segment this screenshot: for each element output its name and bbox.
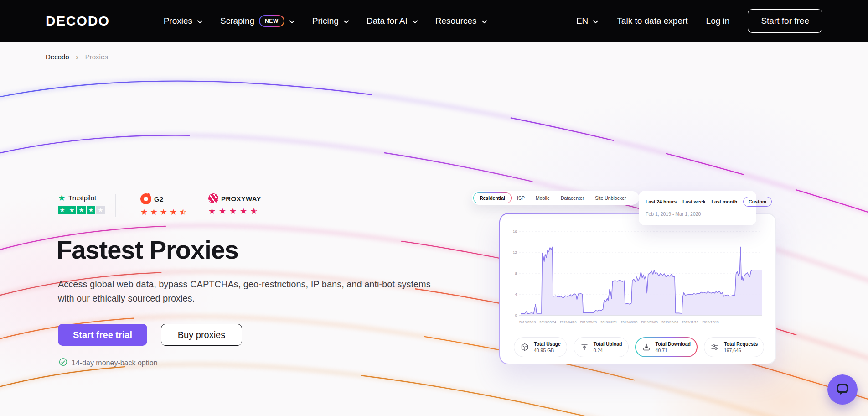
rating-star-box: ★ (87, 206, 95, 214)
new-badge: NEW (259, 15, 284, 27)
date-filter-card: Last 24 hours Last week Last month Custo… (639, 191, 756, 225)
svg-text:2019/10/08: 2019/10/08 (661, 320, 678, 324)
tab-mobile[interactable]: Mobile (530, 195, 555, 201)
svg-text:2019/11/10: 2019/11/10 (682, 320, 698, 324)
stat-total-usage[interactable]: Total Usage 40.95 GB (514, 337, 567, 357)
chevron-down-icon (197, 16, 203, 26)
header-right: EN Talk to data expert Log in Start for … (576, 9, 822, 33)
upload-icon (580, 343, 589, 352)
rating-star-box: ★ (58, 206, 67, 214)
divider (115, 194, 116, 217)
filter-last-week[interactable]: Last week (682, 199, 705, 204)
page-title: Fastest Proxies (57, 235, 238, 265)
nav-item-label: Pricing (312, 16, 339, 26)
download-icon (642, 343, 651, 352)
breadcrumb: Decodo › Proxies (46, 53, 108, 61)
money-back-label: 14-day money-back option (72, 359, 158, 367)
svg-text:12: 12 (513, 250, 517, 255)
chevron-down-icon (593, 16, 599, 26)
trustpilot-star-icon: ★ (58, 193, 66, 202)
proxyway-badge: PROXYWAY ★★★★☆★ (208, 193, 263, 214)
login-link[interactable]: Log in (706, 16, 730, 26)
nav-item-scraping[interactable]: Scraping NEW (220, 15, 295, 27)
main-nav: Proxies Scraping NEW Pricing Data for AI… (164, 15, 487, 27)
stats-row: Total Usage 40.95 GB Total Upload 0.24 T… (514, 337, 762, 357)
rating-star-box: ★ (96, 206, 105, 214)
language-selector[interactable]: EN (576, 16, 599, 26)
breadcrumb-home[interactable]: Decodo (46, 53, 69, 61)
shield-check-icon (59, 358, 67, 368)
chevron-down-icon (343, 16, 349, 26)
buy-proxies-button[interactable]: Buy proxies (161, 324, 242, 346)
review-badges: ★ Trustpilot ★★★★★ 2 G2 ★★★★☆★ PROXYWAY … (58, 193, 263, 214)
proxyway-logo: PROXYWAY (208, 193, 263, 203)
trustpilot-logo: ★ Trustpilot (58, 193, 115, 202)
svg-text:2019/05/29: 2019/05/29 (580, 320, 597, 324)
svg-text:2019/08/03: 2019/08/03 (621, 320, 638, 324)
g2-label: G2 (154, 195, 164, 203)
svg-text:2019/04/26: 2019/04/26 (560, 320, 577, 324)
hero-ctas: Start free trial Buy proxies (58, 324, 242, 346)
chevron-down-icon (412, 16, 418, 26)
nav-item-label: Scraping (220, 16, 254, 26)
proxyway-logo-icon (208, 193, 218, 203)
g2-badge: 2 G2 ★★★★☆★ (140, 193, 187, 214)
rating-star-box: ★ (67, 206, 76, 214)
svg-text:0: 0 (515, 313, 517, 317)
filter-custom[interactable]: Custom (743, 197, 772, 207)
start-free-trial-button[interactable]: Start free trial (58, 324, 147, 346)
start-for-free-button[interactable]: Start for free (748, 9, 822, 33)
money-back-note: 14-day money-back option (59, 358, 158, 368)
trustpilot-badge: ★ Trustpilot ★★★★★ (58, 193, 115, 214)
nav-item-pricing[interactable]: Pricing (312, 16, 349, 26)
tab-site-unblocker[interactable]: Site Unblocker (589, 195, 631, 201)
trustpilot-label: Trustpilot (68, 194, 96, 202)
decodo-logo[interactable]: DECODO (46, 13, 110, 29)
nav-item-data-for-ai[interactable]: Data for AI (367, 16, 418, 26)
stat-value: 40.95 GB (534, 348, 561, 353)
svg-text:4: 4 (515, 292, 517, 296)
divider (175, 194, 175, 217)
filter-last-24-hours[interactable]: Last 24 hours (646, 199, 677, 204)
usage-chart-panel: 04812162019/02/192019/03/242019/04/26201… (499, 213, 776, 364)
proxyway-label: PROXYWAY (221, 195, 261, 203)
tab-isp[interactable]: ISP (512, 195, 530, 201)
chevron-down-icon (289, 16, 295, 26)
nav-item-label: Resources (435, 16, 477, 26)
nav-item-resources[interactable]: Resources (435, 16, 487, 26)
trustpilot-rating: ★★★★★ (58, 206, 115, 214)
svg-text:2019/12/13: 2019/12/13 (702, 320, 719, 324)
date-range-label: Feb 1, 2019 - Mar 1, 2020 (646, 211, 749, 217)
cube-icon (520, 343, 529, 352)
stat-total-download[interactable]: Total Download 40.71 (635, 337, 698, 357)
nav-item-proxies[interactable]: Proxies (164, 16, 203, 26)
stat-value: 0.24 (594, 348, 622, 353)
stat-value: 197,646 (724, 348, 758, 353)
top-nav: DECODO Proxies Scraping NEW Pricing Data… (0, 0, 868, 42)
svg-text:16: 16 (513, 229, 517, 234)
language-label: EN (576, 16, 588, 26)
talk-to-expert-link[interactable]: Talk to data expert (617, 16, 687, 26)
usage-area-chart: 04812162019/02/192019/03/242019/04/26201… (510, 221, 765, 336)
g2-logo-icon: 2 (140, 193, 151, 204)
filter-last-month[interactable]: Last month (711, 199, 737, 204)
svg-text:2019/02/19: 2019/02/19 (519, 320, 536, 324)
breadcrumb-chevron-icon: › (76, 53, 78, 61)
product-tabbar: Residential ISP Mobile Datacenter Site U… (472, 191, 639, 205)
stat-total-requests[interactable]: Total Requests 197,646 (704, 337, 764, 357)
tab-residential[interactable]: Residential (473, 192, 512, 203)
breadcrumb-current: Proxies (85, 53, 108, 61)
stat-label: Total Download (656, 341, 691, 347)
stat-total-upload[interactable]: Total Upload 0.24 (574, 337, 629, 357)
chat-widget-button[interactable] (827, 374, 858, 405)
svg-text:2019/07/01: 2019/07/01 (600, 320, 617, 324)
nav-item-label: Data for AI (367, 16, 408, 26)
svg-text:2019/09/05: 2019/09/05 (641, 320, 658, 324)
chevron-down-icon (481, 16, 487, 26)
g2-logo: 2 G2 (140, 193, 187, 204)
stat-value: 40.71 (656, 348, 691, 353)
stat-label: Total Usage (534, 341, 561, 347)
nav-item-label: Proxies (164, 16, 192, 26)
rating-star-box: ★ (77, 206, 86, 214)
tab-datacenter[interactable]: Datacenter (555, 195, 589, 201)
